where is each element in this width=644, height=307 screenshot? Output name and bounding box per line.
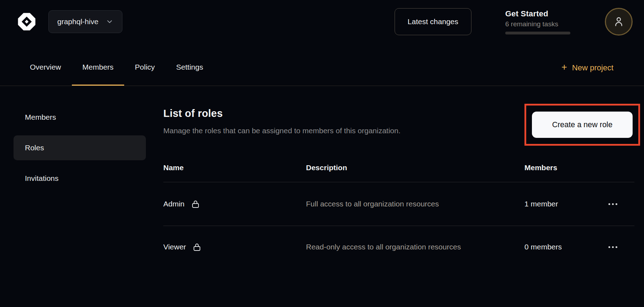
column-header-name: Name <box>163 163 306 172</box>
tab-settings-label: Settings <box>176 63 203 71</box>
role-name-cell: Admin <box>163 199 306 209</box>
ellipsis-menu-icon[interactable] <box>608 244 618 250</box>
member-count: 1 member <box>524 200 558 208</box>
tab-overview-label: Overview <box>30 63 61 71</box>
sidebar-item-invitations-label: Invitations <box>25 174 59 183</box>
role-description: Full access to all organization resource… <box>306 198 480 210</box>
lock-icon <box>192 242 202 252</box>
role-name: Viewer <box>163 243 186 251</box>
user-icon <box>613 16 625 28</box>
column-header-members: Members <box>524 163 634 172</box>
roles-main-panel: List of roles Manage the roles that can … <box>146 105 644 268</box>
sidebar-item-members-label: Members <box>25 113 56 122</box>
org-tabs: Overview Members Policy Settings + New p… <box>15 50 633 86</box>
sidebar-item-roles-label: Roles <box>25 144 44 152</box>
roles-table: Name Description Members Admin Full acce… <box>163 163 634 268</box>
sidebar-item-members[interactable]: Members <box>14 105 146 130</box>
roles-header: List of roles Manage the roles that can … <box>163 105 640 146</box>
create-role-button[interactable]: Create a new role <box>532 112 633 138</box>
user-avatar[interactable] <box>605 8 633 36</box>
role-description: Read-only access to all organization res… <box>306 241 480 253</box>
sidebar-item-invitations[interactable]: Invitations <box>14 166 146 191</box>
column-header-description: Description <box>306 163 524 172</box>
members-sidebar: Members Roles Invitations <box>14 105 146 268</box>
org-selector-button[interactable]: graphql-hive <box>48 10 122 33</box>
tab-policy[interactable]: Policy <box>124 50 165 86</box>
table-header-row: Name Description Members <box>163 163 634 182</box>
chevron-down-icon <box>106 18 114 26</box>
tab-members-label: Members <box>83 63 114 71</box>
content-area: Members Roles Invitations List of roles … <box>0 86 644 268</box>
hive-logo-icon <box>15 10 38 33</box>
header-top-row: graphql-hive Latest changes Get Started … <box>15 8 633 36</box>
tab-overview[interactable]: Overview <box>19 50 72 86</box>
ellipsis-menu-icon[interactable] <box>608 201 618 207</box>
role-name-cell: Viewer <box>163 242 306 252</box>
org-name: graphql-hive <box>57 17 99 26</box>
sidebar-item-roles[interactable]: Roles <box>14 135 146 160</box>
get-started-widget[interactable]: Get Started 6 remaining tasks <box>505 9 570 34</box>
new-project-link[interactable]: + New project <box>561 63 623 72</box>
tab-settings[interactable]: Settings <box>165 50 214 86</box>
roles-title-block: List of roles Manage the roles that can … <box>163 105 401 135</box>
tab-members[interactable]: Members <box>72 50 125 86</box>
member-count: 0 members <box>524 243 562 251</box>
app-header: graphql-hive Latest changes Get Started … <box>0 0 644 86</box>
table-row: Viewer Read-only access to all organizat… <box>163 226 634 268</box>
get-started-title: Get Started <box>505 9 570 18</box>
latest-changes-label: Latest changes <box>408 17 458 26</box>
role-members-cell: 0 members <box>524 243 634 251</box>
tab-policy-label: Policy <box>135 63 155 71</box>
new-project-label: New project <box>572 63 613 72</box>
latest-changes-button[interactable]: Latest changes <box>395 8 471 35</box>
annotation-highlight-box: Create a new role <box>524 104 640 146</box>
page-subtitle: Manage the roles that can be assigned to… <box>163 126 401 135</box>
plus-icon: + <box>561 63 567 72</box>
get-started-subtitle: 6 remaining tasks <box>505 20 570 28</box>
page-title: List of roles <box>163 108 401 119</box>
role-name: Admin <box>163 200 185 208</box>
lock-icon <box>191 199 200 209</box>
role-members-cell: 1 member <box>524 200 634 208</box>
get-started-progress-bar <box>505 32 570 34</box>
table-row: Admin Full access to all organization re… <box>163 182 634 226</box>
